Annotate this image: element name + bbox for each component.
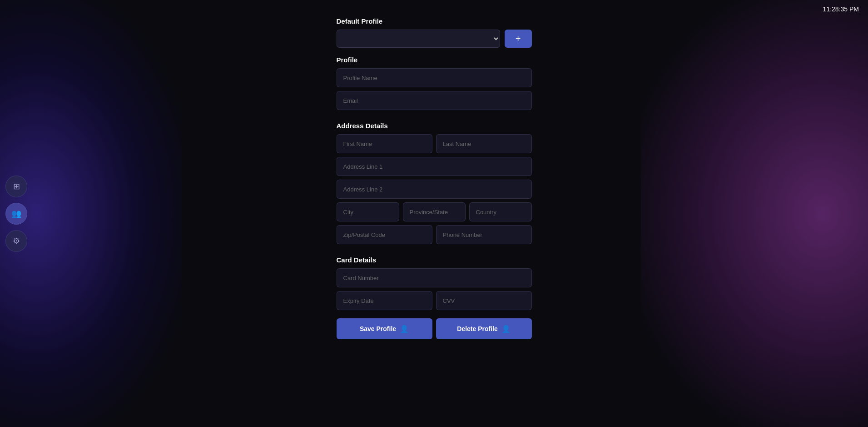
main-content: Default Profile + Profile Address Detail… [337, 9, 532, 339]
card-details-label: Card Details [337, 256, 532, 264]
delete-profile-button[interactable]: Delete Profile 👤 [436, 318, 532, 339]
province-state-input[interactable] [403, 202, 466, 221]
sidebar-item-dashboard[interactable]: ⊞ [5, 176, 27, 197]
settings-icon: ⚙ [13, 236, 20, 246]
sidebar: ⊞ 👥 ⚙ [5, 176, 27, 252]
city-input[interactable] [337, 202, 399, 221]
country-input[interactable] [469, 202, 532, 221]
address-line2-input[interactable] [337, 180, 532, 199]
name-row [337, 134, 532, 157]
clock: 11:28:35 PM [823, 5, 859, 13]
first-name-input[interactable] [337, 134, 432, 153]
expiry-cvv-row [337, 291, 532, 314]
save-profile-button[interactable]: Save Profile 👤 [337, 318, 432, 339]
bg-gradient-left [0, 0, 182, 427]
default-profile-row: + [337, 30, 532, 48]
delete-profile-label: Delete Profile [457, 325, 497, 332]
last-name-input[interactable] [436, 134, 532, 153]
sidebar-item-settings[interactable]: ⚙ [5, 230, 27, 252]
delete-profile-icon: 👤 [501, 325, 511, 333]
default-profile-label: Default Profile [337, 17, 532, 25]
profile-label: Profile [337, 56, 532, 64]
address-details-label: Address Details [337, 122, 532, 130]
email-input[interactable] [337, 91, 532, 110]
save-profile-icon: 👤 [400, 325, 409, 333]
zip-phone-row [337, 225, 532, 248]
expiry-date-input[interactable] [337, 291, 432, 310]
profile-select[interactable] [337, 30, 500, 48]
sidebar-item-users[interactable]: 👥 [5, 203, 27, 225]
cvv-input[interactable] [436, 291, 532, 310]
bg-gradient-right [641, 0, 868, 427]
address-line1-input[interactable] [337, 157, 532, 176]
zip-postal-input[interactable] [337, 225, 432, 244]
users-icon: 👥 [11, 209, 21, 219]
city-province-country-row [337, 202, 532, 225]
dashboard-icon: ⊞ [13, 181, 20, 191]
phone-number-input[interactable] [436, 225, 532, 244]
action-button-row: Save Profile 👤 Delete Profile 👤 [337, 318, 532, 339]
card-number-input[interactable] [337, 268, 532, 287]
add-profile-button[interactable]: + [505, 30, 532, 48]
profile-name-input[interactable] [337, 68, 532, 87]
save-profile-label: Save Profile [360, 325, 396, 332]
